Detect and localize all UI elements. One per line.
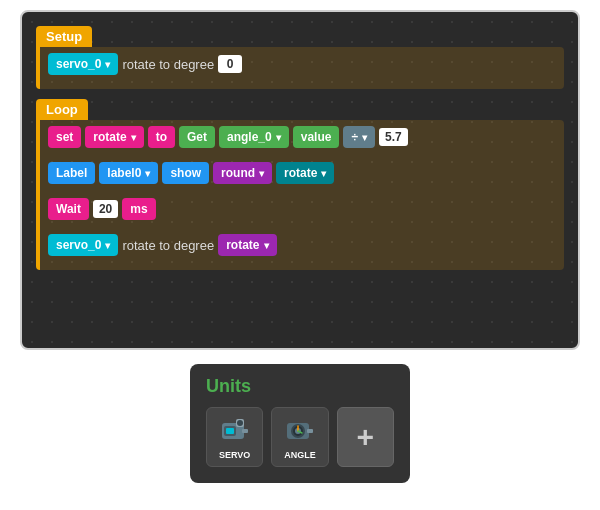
setup-section: Setup servo_0 rotate to degree 0 [36, 26, 564, 89]
unit-servo[interactable]: SERVO [206, 407, 263, 467]
setup-row-1: servo_0 rotate to degree 0 [48, 53, 558, 75]
loop-body: set rotate to Get angle_0 value ÷ 5.7 La… [36, 120, 564, 270]
ms-block[interactable]: ms [122, 198, 155, 220]
loop-row-3: Wait 20 ms [48, 198, 558, 220]
add-icon: + [357, 420, 375, 454]
servo-icon [218, 415, 252, 447]
divide-dropdown[interactable]: ÷ [343, 126, 375, 148]
units-title: Units [206, 376, 394, 397]
get-block[interactable]: Get [179, 126, 215, 148]
degree-input[interactable]: 0 [218, 55, 242, 73]
show-block[interactable]: show [162, 162, 209, 184]
loop-row-2: Label label0 show round rotate [48, 162, 558, 184]
setup-label: Setup [36, 26, 92, 47]
svg-rect-4 [226, 428, 234, 434]
servo-dropdown[interactable]: servo_0 [48, 53, 118, 75]
units-icons: SERVO ANGLE + [206, 407, 394, 467]
wait-input[interactable]: 20 [93, 200, 118, 218]
svg-rect-5 [242, 429, 248, 433]
set-block[interactable]: set [48, 126, 81, 148]
unit-angle[interactable]: ANGLE [271, 407, 328, 467]
label0-dropdown[interactable]: label0 [99, 162, 158, 184]
label-block[interactable]: Label [48, 162, 95, 184]
add-unit-button[interactable]: + [337, 407, 394, 467]
loop-row-1: set rotate to Get angle_0 value ÷ 5.7 [48, 126, 558, 148]
wait-block[interactable]: Wait [48, 198, 89, 220]
rotate-degree-dropdown[interactable]: rotate [218, 234, 276, 256]
servo0-dropdown-2[interactable]: servo_0 [48, 234, 118, 256]
angle-icon [283, 415, 317, 447]
rotate-show-dropdown[interactable]: rotate [276, 162, 334, 184]
rotate-var-dropdown[interactable]: rotate [85, 126, 143, 148]
rotate-to-degree-text-2: rotate to degree [122, 238, 214, 253]
loop-row-4: servo_0 rotate to degree rotate [48, 234, 558, 256]
loop-label: Loop [36, 99, 88, 120]
angle-label: ANGLE [284, 450, 316, 460]
round-dropdown[interactable]: round [213, 162, 272, 184]
angle-dropdown[interactable]: angle_0 [219, 126, 289, 148]
svg-rect-12 [307, 429, 313, 433]
divisor-input[interactable]: 5.7 [379, 128, 408, 146]
units-panel: Units SERVO [190, 364, 410, 483]
loop-section: Loop set rotate to Get angle_0 value ÷ 5… [36, 99, 564, 270]
servo-label: SERVO [219, 450, 250, 460]
to-block[interactable]: to [148, 126, 175, 148]
rotate-to-degree-text: rotate to degree [122, 57, 214, 72]
svg-point-2 [237, 420, 243, 426]
setup-body: servo_0 rotate to degree 0 [36, 47, 564, 89]
value-block[interactable]: value [293, 126, 340, 148]
code-editor: Setup servo_0 rotate to degree 0 Loop se… [20, 10, 580, 350]
